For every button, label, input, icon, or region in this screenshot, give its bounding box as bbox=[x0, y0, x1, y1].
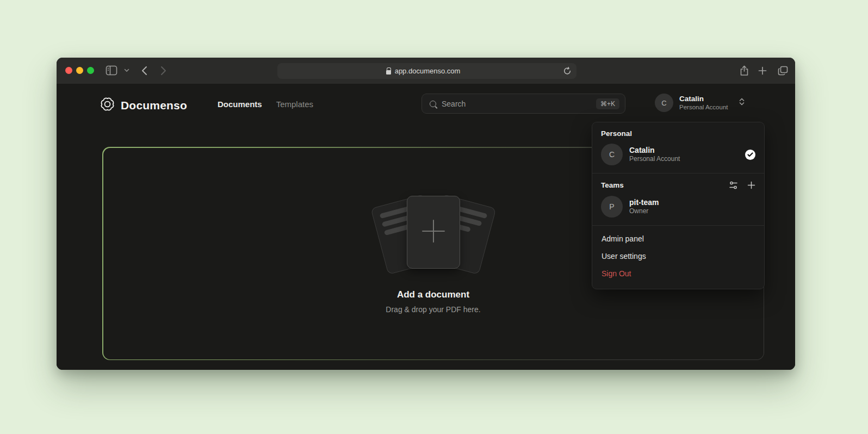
team-avatar: P bbox=[601, 196, 623, 218]
new-tab-icon[interactable] bbox=[758, 66, 767, 75]
teams-section: Teams bbox=[592, 173, 764, 225]
search-placeholder: Search bbox=[442, 100, 591, 108]
dropzone-subtitle: Drag & drop your PDF here. bbox=[386, 305, 480, 314]
nav-templates[interactable]: Templates bbox=[276, 100, 313, 109]
personal-avatar: C bbox=[601, 144, 623, 165]
team-name: pit-team bbox=[629, 198, 755, 207]
personal-account-name: Catalin bbox=[629, 146, 739, 155]
page-content: Documenso Documents Templates Search ⌘+K… bbox=[57, 84, 795, 370]
account-avatar: C bbox=[655, 94, 673, 112]
search-icon bbox=[430, 101, 436, 107]
documenso-logo-icon bbox=[100, 97, 115, 114]
brand[interactable]: Documenso bbox=[100, 97, 187, 114]
sidebar-chevron-down-icon[interactable] bbox=[124, 69, 129, 72]
back-button[interactable] bbox=[141, 66, 147, 76]
share-icon[interactable] bbox=[740, 65, 749, 76]
dropzone-title: Add a document bbox=[397, 289, 469, 300]
chevron-up-down-icon bbox=[739, 97, 745, 108]
close-window-button[interactable] bbox=[65, 67, 72, 74]
sidebar-toggle-icon[interactable] bbox=[106, 65, 117, 76]
personal-account-row[interactable]: C Catalin Personal Account bbox=[601, 144, 755, 165]
teams-section-label: Teams bbox=[601, 181, 729, 189]
browser-toolbar: app.documenso.com bbox=[57, 58, 795, 84]
traffic-lights bbox=[65, 67, 94, 74]
personal-section: Personal C Catalin Personal Account bbox=[592, 122, 764, 173]
document-card-center bbox=[407, 196, 460, 269]
minimize-window-button[interactable] bbox=[76, 67, 83, 74]
browser-window: app.documenso.com bbox=[57, 58, 795, 370]
search-input[interactable]: Search ⌘+K bbox=[421, 94, 625, 114]
team-row[interactable]: P pit-team Owner bbox=[601, 196, 755, 218]
nav-documents[interactable]: Documents bbox=[218, 100, 262, 109]
selected-check-icon bbox=[745, 150, 755, 160]
search-shortcut-badge: ⌘+K bbox=[596, 98, 619, 109]
menu-items: Admin panel User settings Sign Out bbox=[592, 226, 764, 289]
zoom-window-button[interactable] bbox=[87, 67, 94, 74]
brand-name: Documenso bbox=[121, 99, 187, 112]
account-menu-trigger[interactable]: C Catalin Personal Account bbox=[655, 94, 745, 112]
add-team-icon[interactable] bbox=[747, 181, 755, 189]
account-subtitle: Personal Account bbox=[679, 103, 728, 111]
menu-item-user-settings[interactable]: User settings bbox=[592, 247, 764, 265]
manage-teams-icon[interactable] bbox=[729, 181, 738, 190]
plus-icon bbox=[420, 218, 447, 247]
menu-item-sign-out[interactable]: Sign Out bbox=[592, 265, 764, 282]
main-nav: Documents Templates bbox=[218, 100, 313, 109]
url-text: app.documenso.com bbox=[395, 67, 461, 75]
forward-button[interactable] bbox=[160, 66, 166, 76]
personal-section-label: Personal bbox=[601, 129, 755, 138]
personal-account-subtitle: Personal Account bbox=[629, 155, 739, 163]
account-name: Catalin bbox=[679, 95, 728, 103]
address-bar[interactable]: app.documenso.com bbox=[277, 63, 576, 79]
documents-illustration bbox=[375, 194, 492, 275]
menu-item-admin-panel[interactable]: Admin panel bbox=[592, 230, 764, 247]
lock-icon bbox=[386, 70, 391, 75]
reload-icon[interactable] bbox=[563, 67, 571, 75]
tab-overview-icon[interactable] bbox=[778, 66, 788, 76]
account-dropdown-menu: Personal C Catalin Personal Account bbox=[592, 122, 765, 289]
team-role: Owner bbox=[629, 207, 755, 215]
